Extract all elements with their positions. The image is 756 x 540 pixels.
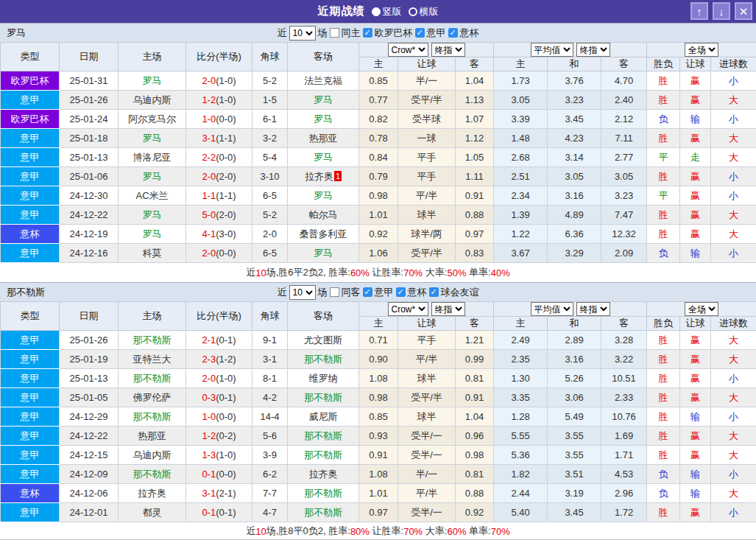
score-cell: 5-0(2-0): [186, 206, 252, 225]
handicap-away-odds: 0.88: [456, 206, 494, 225]
match-type-badge: 意甲: [1, 91, 60, 110]
away-team-name: 那不勒斯: [304, 449, 342, 460]
move-up-button[interactable]: ↑: [690, 2, 708, 20]
away-team-name: 罗马: [314, 248, 333, 259]
fulltime-select[interactable]: 全场: [685, 302, 718, 316]
avg-home-odds: 1.73: [494, 71, 548, 91]
competition-checkbox-coppa[interactable]: [396, 287, 406, 297]
avg-away-odds: 3.22: [601, 350, 647, 369]
handicap-line: 球半: [398, 369, 456, 388]
avg-away-odds: 3.05: [601, 167, 647, 186]
result-outcome: 胜: [647, 407, 680, 427]
summary-text: 让胜率:: [370, 525, 403, 538]
match-row: 意甲25-01-05佛罗伦萨0-3(0-1)4-2那不勒斯0.98受平/半0.9…: [1, 388, 756, 407]
sub-header: 让球: [398, 317, 456, 331]
fulltime-score: 2-0: [202, 171, 216, 182]
result-goals: 小: [711, 369, 756, 388]
summary-text: 大率:: [423, 525, 447, 538]
summary-text: 场,胜8平0负2, 胜率:: [266, 525, 350, 538]
result-handicap: 赢: [680, 388, 711, 407]
halftime-score: (0-0): [216, 248, 236, 259]
odds-source-select[interactable]: Crow*: [388, 302, 428, 316]
home-team-name: 拉齐奥: [138, 488, 166, 499]
handicap-line: 球半: [398, 407, 456, 427]
match-date: 25-01-18: [60, 129, 119, 148]
filter-controls: 近 10 场 同主 欧罗巴杯 意甲 意杯: [278, 26, 479, 41]
average-select[interactable]: 平均值: [531, 302, 573, 316]
score-cell: 1-2(0-2): [186, 427, 252, 446]
summary-text: 让胜率:: [370, 266, 403, 279]
match-date: 24-12-22: [60, 427, 119, 446]
match-row: 欧罗巴杯25-01-24阿尔克马尔1-0(0-0)6-1罗马0.82受半球1.0…: [1, 110, 756, 129]
final-odds-select[interactable]: 终指: [431, 43, 465, 57]
result-handicap: 赢: [680, 427, 711, 446]
odds-source-select[interactable]: Crow*: [388, 43, 428, 57]
close-button[interactable]: ✕: [735, 2, 752, 20]
home-team: 罗马: [119, 71, 186, 91]
match-date: 24-12-30: [60, 186, 119, 206]
corners: 6-5: [252, 244, 288, 263]
same-home-checkbox[interactable]: [330, 28, 339, 38]
halftime-score: (0-1): [216, 334, 236, 346]
move-down-button[interactable]: ↓: [713, 2, 730, 20]
competition-checkbox-friendly[interactable]: [429, 287, 439, 297]
match-type-badge: 意甲: [1, 331, 60, 350]
summary-stat-value: 10: [255, 267, 266, 278]
competition-checkbox-seriea[interactable]: [363, 287, 372, 297]
home-team-name: 亚特兰大: [133, 354, 172, 365]
fulltime-score: 1-2: [202, 430, 216, 441]
result-outcome: 胜: [647, 167, 680, 186]
final-odds-select[interactable]: 终指: [431, 302, 465, 316]
home-team: 亚特兰大: [119, 350, 186, 369]
score-cell: 2-0(0-0): [186, 244, 252, 263]
matches-table: 类型 日期 主场 比分(半场) 角球 客场 Crow*终指 平均值终指 全场 主…: [0, 42, 756, 263]
average-select[interactable]: 平均值: [531, 43, 573, 57]
match-date: 24-12-01: [60, 503, 119, 522]
match-type-badge: 意甲: [1, 244, 60, 263]
corners: 8-1: [252, 369, 288, 388]
away-team: 那不勒斯: [288, 388, 359, 407]
home-team-name: 那不勒斯: [133, 334, 172, 346]
handicap-home-odds: 0.91: [359, 446, 398, 465]
match-count-select[interactable]: 10: [289, 26, 316, 41]
match-row: 意甲24-12-22罗马5-0(2-0)5-2帕尔马1.01球半0.881.39…: [1, 206, 756, 225]
fulltime-score: 4-1: [202, 228, 216, 239]
home-team: 罗马: [119, 167, 186, 186]
halftime-score: (0-0): [216, 113, 236, 125]
fulltime-select[interactable]: 全场: [685, 43, 718, 57]
away-team-name: 那不勒斯: [304, 488, 342, 499]
handicap-home-odds: 0.85: [359, 407, 398, 427]
handicap-line: 受平/半: [398, 91, 456, 110]
radio-horizontal-layout[interactable]: 横版: [409, 5, 439, 18]
handicap-home-odds: 0.78: [359, 129, 398, 148]
average-group-header: 平均值终指: [494, 302, 647, 317]
avg-draw-odds: 3.29: [548, 244, 601, 263]
competition-label: 欧罗巴杯: [375, 27, 413, 40]
match-row: 意甲25-01-06罗马2-0(2-0)3-10拉齐奥10.79平手1.112.…: [1, 167, 756, 186]
avg-away-odds: 4.70: [601, 71, 647, 91]
away-team: 尤文图斯: [288, 331, 359, 350]
same-away-checkbox[interactable]: [330, 287, 339, 297]
handicap-line: 球半/两: [398, 225, 456, 244]
avg-draw-odds: 3.55: [548, 427, 601, 446]
halftime-score: (1-0): [216, 373, 236, 384]
sub-header: 主: [359, 317, 398, 331]
result-goals: 小: [711, 244, 756, 263]
competition-checkbox-coppa[interactable]: [448, 28, 458, 38]
final-odds-select-2[interactable]: 终指: [576, 43, 610, 57]
sub-header: 客: [601, 57, 647, 71]
result-goals: 小: [711, 71, 756, 91]
score-cell: 1-0(0-0): [186, 407, 252, 427]
competition-checkbox-seriea[interactable]: [415, 28, 425, 38]
corners: 3-1: [252, 350, 288, 369]
handicap-line: 受平/半: [398, 244, 456, 263]
avg-draw-odds: 3.45: [548, 503, 601, 522]
col-header-score: 比分(半场): [186, 302, 252, 331]
match-type-badge: 欧罗巴杯: [1, 71, 60, 91]
final-odds-select-2[interactable]: 终指: [576, 302, 610, 316]
match-count-select[interactable]: 10: [289, 285, 316, 300]
competition-checkbox-europa[interactable]: [363, 28, 372, 38]
handicap-away-odds: 0.98: [456, 446, 494, 465]
radio-vertical-layout[interactable]: 竖版: [372, 5, 402, 18]
avg-home-odds: 2.34: [494, 186, 548, 206]
